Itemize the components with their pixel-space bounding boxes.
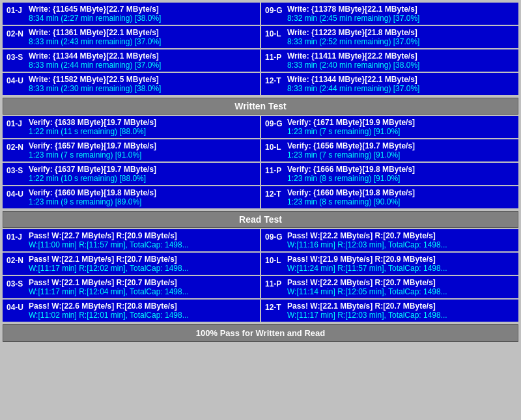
- verify-line2-04u: 1:23 min (9 s remaining) [89.0%]: [29, 197, 256, 206]
- cell-content-02n: Write: {11361 MByte}[22.1 MByte/s] 8:33 …: [29, 28, 256, 46]
- verify-cell-02n: 02-N Verify: {1657 MByte}[19.7 MByte/s] …: [3, 139, 260, 161]
- footer-text: 100% Pass for Written and Read: [196, 328, 325, 338]
- read-test-grid: 01-J Pass! W:[22.7 MByte/s] R:[20.9 MByt…: [3, 229, 518, 322]
- verify-line2-03s: 1:22 min (10 s remaining) [88.0%]: [29, 174, 256, 183]
- verify-line2-01j: 1:22 min (11 s remaining) [88.0%]: [29, 127, 256, 136]
- pass-line1-11p: Pass! W:[22.2 MByte/s] R:[20.7 MByte/s]: [287, 278, 514, 287]
- pass-line2-10l: W:[11:24 min] R:[11:57 min], TotalCap: 1…: [287, 264, 514, 273]
- verify-line1-01j: Verify: {1638 MByte}[19.7 MByte/s]: [29, 118, 256, 127]
- verify-cell-01j: 01-J Verify: {1638 MByte}[19.7 MByte/s] …: [3, 116, 260, 138]
- verify-test-grid: 01-J Verify: {1638 MByte}[19.7 MByte/s] …: [3, 116, 518, 208]
- pass-id-09g: 09-G: [265, 231, 283, 242]
- write-cell-10l: 10-L Write: {11223 MByte}[21.8 MByte/s] …: [261, 26, 518, 48]
- verify-id-11p: 11-P: [265, 165, 283, 175]
- pass-content-03s: Pass! W:[22.1 MByte/s] R:[20.7 MByte/s] …: [29, 278, 256, 296]
- pass-line1-03s: Pass! W:[22.1 MByte/s] R:[20.7 MByte/s]: [29, 278, 256, 287]
- pass-id-12t: 12-T: [265, 301, 283, 312]
- write-line2-12t: 8:33 min (2:44 min remaining) [37.0%]: [287, 84, 514, 93]
- pass-id-03s: 03-S: [7, 278, 25, 288]
- verify-cell-09g: 09-G Verify: {1671 MByte}[19.9 MByte/s] …: [261, 116, 518, 138]
- pass-id-02n: 02-N: [7, 255, 25, 265]
- cell-content-10l: Write: {11223 MByte}[21.8 MByte/s] 8:33 …: [287, 28, 514, 46]
- read-test-header: Read Test: [3, 211, 518, 228]
- verify-id-01j: 01-J: [7, 118, 25, 128]
- verify-line2-09g: 1:23 min (7 s remaining) [91.0%]: [287, 127, 514, 136]
- cell-content-09g: Write: {11378 MByte}[22.1 MByte/s] 8:32 …: [287, 5, 514, 23]
- verify-line2-10l: 1:23 min (7 s remaining) [91.0%]: [287, 150, 514, 160]
- main-container: 01-J Write: {11645 MByte}[22.7 MByte/s] …: [0, 0, 521, 346]
- verify-content-11p: Verify: {1666 MByte}[19.8 MByte/s] 1:23 …: [287, 165, 514, 183]
- cell-content-04u: Write: {11582 MByte}[22.5 MByte/s] 8:33 …: [29, 75, 256, 93]
- pass-cell-09g: 09-G Pass! W:[22.2 MByte/s] R:[20.7 MByt…: [261, 229, 518, 251]
- verify-cell-03s: 03-S Verify: {1637 MByte}[19.7 MByte/s] …: [3, 163, 260, 185]
- verify-id-09g: 09-G: [265, 118, 283, 128]
- pass-content-10l: Pass! W:[21.9 MByte/s] R:[20.9 MByte/s] …: [287, 255, 514, 273]
- pass-line1-01j: Pass! W:[22.7 MByte/s] R:[20.9 MByte/s]: [29, 231, 256, 240]
- write-test-section: 01-J Write: {11645 MByte}[22.7 MByte/s] …: [3, 3, 518, 342]
- verify-line1-12t: Verify: {1660 MByte}[19.8 MByte/s]: [287, 188, 514, 197]
- write-line1-12t: Write: {11344 MByte}[22.1 MByte/s]: [287, 75, 514, 84]
- pass-line2-12t: W:[11:17 min] R:[12:03 min], TotalCap: 1…: [287, 311, 514, 320]
- pass-cell-12t: 12-T Pass! W:[22.1 MByte/s] R:[20.7 MByt…: [261, 300, 518, 322]
- verify-line2-11p: 1:23 min (8 s remaining) [91.0%]: [287, 174, 514, 183]
- pass-cell-01j: 01-J Pass! W:[22.7 MByte/s] R:[20.9 MByt…: [3, 229, 260, 251]
- verify-content-01j: Verify: {1638 MByte}[19.7 MByte/s] 1:22 …: [29, 118, 256, 136]
- pass-line1-02n: Pass! W:[22.1 MByte/s] R:[20.7 MByte/s]: [29, 255, 256, 264]
- verify-id-04u: 04-U: [7, 188, 25, 199]
- verify-content-12t: Verify: {1660 MByte}[19.8 MByte/s] 1:23 …: [287, 188, 514, 206]
- pass-content-01j: Pass! W:[22.7 MByte/s] R:[20.9 MByte/s] …: [29, 231, 256, 249]
- pass-content-09g: Pass! W:[22.2 MByte/s] R:[20.7 MByte/s] …: [287, 231, 514, 249]
- write-test-grid: 01-J Write: {11645 MByte}[22.7 MByte/s] …: [3, 3, 518, 95]
- write-cell-12t: 12-T Write: {11344 MByte}[22.1 MByte/s] …: [261, 73, 518, 95]
- verify-content-09g: Verify: {1671 MByte}[19.9 MByte/s] 1:23 …: [287, 118, 514, 136]
- cell-id-09g: 09-G: [265, 5, 283, 15]
- pass-cell-04u: 04-U Pass! W:[22.6 MByte/s] R:[20.8 MByt…: [3, 300, 260, 322]
- pass-line2-01j: W:[11:00 min] R:[11:57 min], TotalCap: 1…: [29, 240, 256, 249]
- verify-content-10l: Verify: {1656 MByte}[19.7 MByte/s] 1:23 …: [287, 141, 514, 160]
- write-line2-09g: 8:32 min (2:45 min remaining) [37.0%]: [287, 14, 514, 23]
- write-line1-03s: Write: {11344 MByte}[22.1 MByte/s]: [29, 51, 256, 61]
- verify-content-04u: Verify: {1660 MByte}[19.8 MByte/s] 1:23 …: [29, 188, 256, 206]
- cell-content-01j: Write: {11645 MByte}[22.7 MByte/s] 8:34 …: [29, 5, 256, 23]
- write-line1-09g: Write: {11378 MByte}[22.1 MByte/s]: [287, 5, 514, 14]
- cell-content-11p: Write: {11411 MByte}[22.2 MByte/s] 8:33 …: [287, 51, 514, 70]
- cell-id-10l: 10-L: [265, 28, 283, 38]
- verify-line1-11p: Verify: {1666 MByte}[19.8 MByte/s]: [287, 165, 514, 174]
- write-cell-03s: 03-S Write: {11344 MByte}[22.1 MByte/s] …: [3, 49, 260, 72]
- verify-line1-09g: Verify: {1671 MByte}[19.9 MByte/s]: [287, 118, 514, 127]
- pass-content-02n: Pass! W:[22.1 MByte/s] R:[20.7 MByte/s] …: [29, 255, 256, 273]
- verify-line1-10l: Verify: {1656 MByte}[19.7 MByte/s]: [287, 141, 514, 150]
- verify-line2-12t: 1:23 min (8 s remaining) [90.0%]: [287, 197, 514, 206]
- verify-cell-11p: 11-P Verify: {1666 MByte}[19.8 MByte/s] …: [261, 163, 518, 185]
- pass-line2-03s: W:[11:17 min] R:[12:04 min], TotalCap: 1…: [29, 287, 256, 296]
- verify-cell-04u: 04-U Verify: {1660 MByte}[19.8 MByte/s] …: [3, 186, 260, 208]
- write-line1-04u: Write: {11582 MByte}[22.5 MByte/s]: [29, 75, 256, 84]
- verify-line1-04u: Verify: {1660 MByte}[19.8 MByte/s]: [29, 188, 256, 197]
- pass-content-04u: Pass! W:[22.6 MByte/s] R:[20.8 MByte/s] …: [29, 301, 256, 320]
- pass-line1-12t: Pass! W:[22.1 MByte/s] R:[20.7 MByte/s]: [287, 301, 514, 311]
- write-line2-01j: 8:34 min (2:27 min remaining) [38.0%]: [29, 14, 256, 23]
- pass-line2-11p: W:[11:14 min] R:[12:05 min], TotalCap: 1…: [287, 287, 514, 296]
- cell-content-03s: Write: {11344 MByte}[22.1 MByte/s] 8:33 …: [29, 51, 256, 70]
- cell-id-01j: 01-J: [7, 5, 25, 15]
- write-cell-04u: 04-U Write: {11582 MByte}[22.5 MByte/s] …: [3, 73, 260, 95]
- write-line2-04u: 8:33 min (2:30 min remaining) [38.0%]: [29, 84, 256, 93]
- write-cell-11p: 11-P Write: {11411 MByte}[22.2 MByte/s] …: [261, 49, 518, 72]
- pass-cell-11p: 11-P Pass! W:[22.2 MByte/s] R:[20.7 MByt…: [261, 276, 518, 298]
- pass-line2-02n: W:[11:17 min] R:[12:02 min], TotalCap: 1…: [29, 264, 256, 273]
- written-test-header: Written Test: [3, 98, 518, 115]
- pass-line1-09g: Pass! W:[22.2 MByte/s] R:[20.7 MByte/s]: [287, 231, 514, 240]
- pass-id-10l: 10-L: [265, 255, 283, 265]
- verify-id-10l: 10-L: [265, 141, 283, 152]
- pass-id-04u: 04-U: [7, 301, 25, 312]
- pass-line2-09g: W:[11:16 min] R:[12:03 min], TotalCap: 1…: [287, 240, 514, 249]
- write-line1-10l: Write: {11223 MByte}[21.8 MByte/s]: [287, 28, 514, 37]
- write-line1-01j: Write: {11645 MByte}[22.7 MByte/s]: [29, 5, 256, 14]
- write-cell-01j: 01-J Write: {11645 MByte}[22.7 MByte/s] …: [3, 3, 260, 25]
- footer-bar: 100% Pass for Written and Read: [3, 324, 518, 342]
- cell-id-11p: 11-P: [265, 51, 283, 62]
- pass-line1-04u: Pass! W:[22.6 MByte/s] R:[20.8 MByte/s]: [29, 301, 256, 311]
- pass-cell-02n: 02-N Pass! W:[22.1 MByte/s] R:[20.7 MByt…: [3, 253, 260, 275]
- cell-content-12t: Write: {11344 MByte}[22.1 MByte/s] 8:33 …: [287, 75, 514, 93]
- verify-line1-02n: Verify: {1657 MByte}[19.7 MByte/s]: [29, 141, 256, 150]
